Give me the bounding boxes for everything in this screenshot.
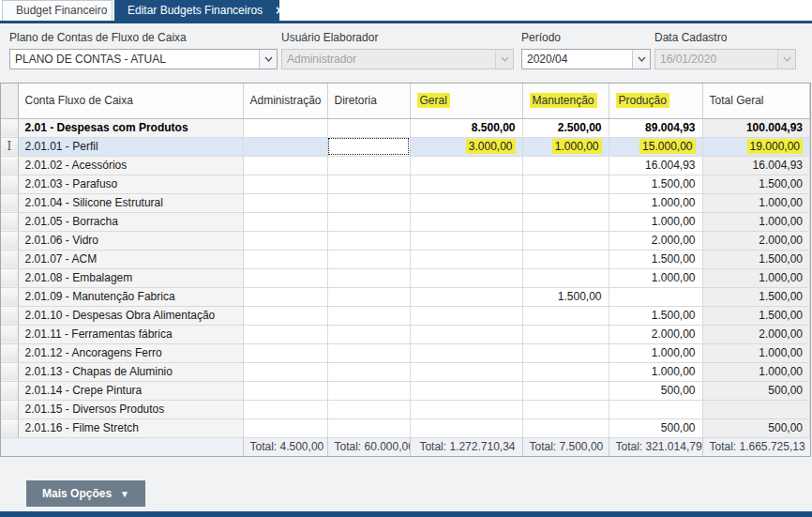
cell-value[interactable]: 1.000,00: [609, 362, 702, 381]
cell-value[interactable]: 500,00: [609, 418, 702, 437]
cell-value[interactable]: [522, 400, 609, 418]
periodo-select[interactable]: 2020/04: [521, 49, 651, 69]
cell-value[interactable]: 1.000,00: [702, 343, 810, 362]
cell-value[interactable]: [410, 418, 522, 437]
row-indicator[interactable]: [1, 343, 18, 362]
cell-account[interactable]: 2.01.03 - Parafuso: [18, 175, 243, 193]
column-header[interactable]: Geral: [410, 84, 522, 118]
cell-value[interactable]: 500,00: [702, 418, 810, 437]
cell-value[interactable]: 1.000,00: [702, 193, 810, 212]
row-indicator[interactable]: [1, 268, 18, 287]
cell-value[interactable]: [609, 287, 702, 306]
row-indicator[interactable]: [1, 325, 18, 343]
cell-value[interactable]: [522, 418, 609, 437]
cell-value[interactable]: 1.000,00: [702, 212, 810, 231]
cell-value[interactable]: [327, 343, 410, 362]
cell-value[interactable]: [410, 175, 522, 193]
cell-account[interactable]: 2.01.12 - Ancoragens Ferro: [18, 343, 243, 362]
cell-value[interactable]: [410, 212, 522, 231]
column-header[interactable]: Conta Fluxo de Caixa: [18, 84, 243, 118]
cell-value[interactable]: [327, 287, 410, 306]
cell-value[interactable]: [410, 400, 522, 418]
cell-value[interactable]: [327, 268, 410, 287]
column-header[interactable]: Administração: [243, 84, 327, 118]
cell-account[interactable]: 2.01.15 - Diversos Produtos: [18, 400, 243, 418]
cell-value[interactable]: [243, 250, 327, 268]
cell-value[interactable]: [609, 400, 702, 418]
cell-value[interactable]: [522, 306, 609, 325]
row-edit-cursor-icon[interactable]: I: [1, 137, 18, 156]
cell-value[interactable]: [243, 156, 327, 175]
cell-value[interactable]: [410, 362, 522, 381]
cell-value[interactable]: [522, 268, 609, 287]
cell-value[interactable]: 1.500,00: [702, 306, 810, 325]
row-indicator[interactable]: [1, 193, 18, 212]
cell-value[interactable]: 2.000,00: [702, 231, 810, 250]
cell-value[interactable]: [522, 231, 609, 250]
cell-value[interactable]: 89.004,93: [609, 118, 702, 137]
cell-value[interactable]: [410, 325, 522, 343]
row-indicator[interactable]: [1, 400, 18, 418]
cell-value[interactable]: [327, 212, 410, 231]
cell-value[interactable]: [243, 362, 327, 381]
tab-budget-financeiro[interactable]: Budget Financeiro: [2, 0, 113, 21]
cell-account[interactable]: 2.01 - Despesas com Produtos: [18, 118, 243, 137]
cell-value[interactable]: 1.500,00: [522, 287, 609, 306]
cell-value[interactable]: 19.000,00: [702, 137, 810, 156]
cell-value[interactable]: [327, 381, 410, 400]
cell-value[interactable]: 1.500,00: [702, 287, 810, 306]
cell-account[interactable]: 2.01.07 - ACM: [18, 250, 243, 268]
cell-account[interactable]: 2.01.06 - Vidro: [18, 231, 243, 250]
row-indicator[interactable]: [1, 212, 18, 231]
cell-account[interactable]: 2.01.14 - Crepe Pintura: [18, 381, 243, 400]
row-indicator[interactable]: [1, 287, 18, 306]
cell-value[interactable]: 500,00: [702, 381, 810, 400]
cell-value[interactable]: [522, 343, 609, 362]
chevron-down-icon[interactable]: [259, 50, 277, 68]
cell-account[interactable]: 2.01.02 - Acessórios: [18, 156, 243, 175]
cell-account[interactable]: 2.01.04 - Silicone Estrutural: [18, 193, 243, 212]
cell-value[interactable]: [410, 250, 522, 268]
close-tab-icon[interactable]: ×: [276, 4, 283, 17]
row-indicator[interactable]: [1, 118, 18, 137]
cell-value[interactable]: [243, 137, 327, 156]
cell-value[interactable]: 1.500,00: [702, 250, 810, 268]
cell-value[interactable]: [243, 175, 327, 193]
cell-value[interactable]: [410, 343, 522, 362]
cell-value[interactable]: [243, 343, 327, 362]
cell-value[interactable]: [243, 381, 327, 400]
column-header[interactable]: Diretoria: [327, 84, 410, 118]
cell-value[interactable]: [327, 418, 410, 437]
row-indicator[interactable]: [1, 381, 18, 400]
cell-value[interactable]: [243, 231, 327, 250]
cell-value[interactable]: [410, 193, 522, 212]
cell-value[interactable]: [327, 231, 410, 250]
row-indicator[interactable]: [1, 250, 18, 268]
cell-value[interactable]: [243, 287, 327, 306]
cell-value[interactable]: [243, 400, 327, 418]
cell-value[interactable]: [327, 306, 410, 325]
cell-value[interactable]: 16.004,93: [702, 156, 810, 175]
row-indicator[interactable]: [1, 175, 18, 193]
cell-value[interactable]: [243, 306, 327, 325]
cell-value[interactable]: 1.500,00: [702, 175, 810, 193]
cell-account[interactable]: 2.01.11 - Ferramentas fábrica: [18, 325, 243, 343]
chevron-down-icon[interactable]: [632, 50, 650, 68]
cell-value[interactable]: [243, 325, 327, 343]
cell-value[interactable]: 2.000,00: [609, 231, 702, 250]
cell-value[interactable]: 3.000,00: [410, 137, 522, 156]
cell-account[interactable]: 2.01.09 - Manutenção Fabrica: [18, 287, 243, 306]
cell-value[interactable]: [243, 268, 327, 287]
cell-value[interactable]: 1.000,00: [609, 193, 702, 212]
plano-de-contas-select[interactable]: PLANO DE CONTAS - ATUAL: [9, 49, 278, 69]
cell-value[interactable]: [327, 325, 410, 343]
cell-value[interactable]: [243, 118, 327, 137]
cell-value[interactable]: 1.500,00: [609, 175, 702, 193]
cell-value[interactable]: [327, 193, 410, 212]
cell-value[interactable]: 1.000,00: [522, 137, 609, 156]
column-header[interactable]: Produção: [609, 84, 702, 118]
cell-value[interactable]: 1.000,00: [609, 268, 702, 287]
cell-value[interactable]: [327, 137, 410, 156]
cell-value[interactable]: 2.500,00: [522, 118, 609, 137]
cell-value[interactable]: [522, 362, 609, 381]
